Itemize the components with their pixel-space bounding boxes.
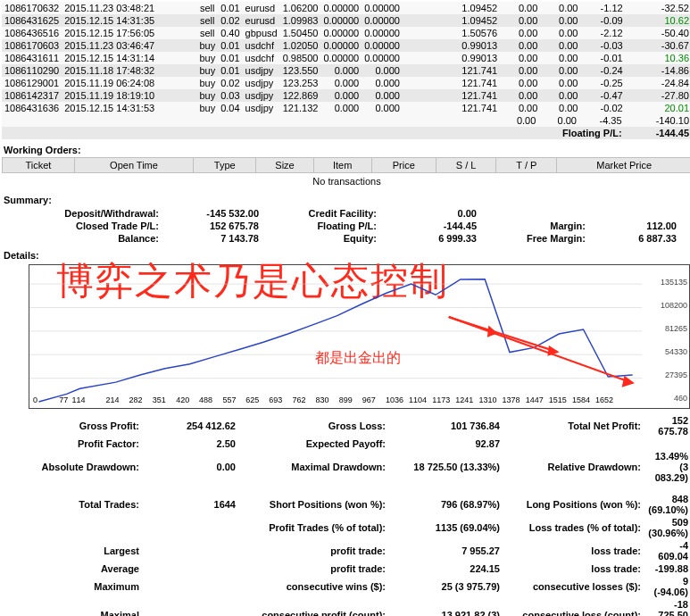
orders-col: Open Time bbox=[74, 158, 194, 173]
chart-xaxis: 0771142142823514204885576256937628308999… bbox=[29, 395, 650, 406]
trade-row[interactable]: 10861102902015.11.18 17:48:32buy0.01usdj… bbox=[2, 64, 690, 77]
svg-marker-10 bbox=[623, 378, 633, 387]
trade-row[interactable]: 10861706032015.11.23 03:46:47buy0.01usdc… bbox=[2, 39, 690, 52]
svg-line-9 bbox=[449, 317, 633, 383]
trade-row[interactable]: 10861290012015.11.19 06:24:08buy0.02usdj… bbox=[2, 77, 690, 89]
orders-col: T / P bbox=[496, 158, 557, 173]
trade-row[interactable]: 10864316252015.12.15 14:31:35sell0.02eur… bbox=[2, 14, 690, 27]
open-trades-table: 10861706322015.11.23 03:48:21sell0.01eur… bbox=[2, 2, 690, 114]
stats-table: Gross Profit:254 412.62Gross Loss:101 73… bbox=[2, 414, 690, 616]
orders-col: Ticket bbox=[3, 158, 75, 173]
trade-row[interactable]: 10864365162015.12.15 17:56:05sell0.40gbp… bbox=[2, 27, 690, 39]
no-transactions-text: No transactions bbox=[2, 173, 690, 189]
trade-row[interactable]: 10864316362015.12.15 14:31:53buy0.04usdj… bbox=[2, 102, 690, 114]
orders-col: Type bbox=[194, 158, 256, 173]
trade-row[interactable]: 10864316112015.12.15 14:31:14buy0.01usdc… bbox=[2, 52, 690, 64]
section-working-orders: Working Orders: bbox=[4, 145, 690, 155]
trade-row[interactable]: 10861706322015.11.23 03:48:21sell0.01eur… bbox=[2, 2, 690, 14]
working-orders-header: TicketOpen TimeTypeSizeItemPriceS / LT /… bbox=[2, 157, 690, 173]
balance-chart: 博弈之术乃是心态控制 都是出金出的 4602739554330812651082… bbox=[29, 264, 690, 409]
section-summary: Summary: bbox=[4, 195, 690, 205]
overlay-text-small: 都是出金出的 bbox=[315, 349, 401, 368]
chart-yaxis: 460273955433081265108200135135 bbox=[648, 269, 687, 392]
orders-col: Size bbox=[256, 158, 314, 173]
chart-line-svg bbox=[29, 265, 689, 416]
totals-table: 0.00 0.00 -4.35 -140.10 Floating P/L: -1… bbox=[2, 114, 690, 139]
orders-col: Price bbox=[371, 158, 436, 173]
orders-col: S / L bbox=[436, 158, 496, 173]
trade-row[interactable]: 10861423172015.11.19 18:19:10buy0.03usdj… bbox=[2, 89, 690, 102]
orders-col: Item bbox=[313, 158, 371, 173]
summary-table: Deposit/Withdrawal:-145 532.00 Credit Fa… bbox=[20, 207, 682, 245]
orders-col: Market Price bbox=[557, 158, 690, 173]
